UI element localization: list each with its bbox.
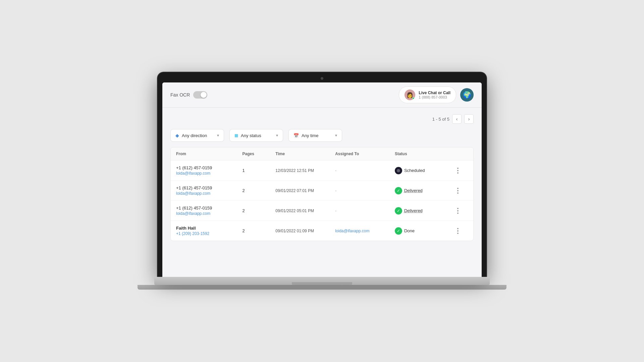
- from-cell: Faith Hall +1 (209) 203-1592: [176, 226, 243, 236]
- assigned-cell: -: [335, 168, 395, 173]
- time-icon: 📅: [293, 133, 299, 138]
- status-cell: ✓ Delivered: [395, 187, 448, 194]
- chat-info: Live Chat or Call 1 (888) 857-0003: [419, 90, 450, 99]
- status-filter-label: Any status: [241, 133, 273, 138]
- pages-cell: 2: [243, 228, 276, 233]
- menu-dot: [457, 172, 459, 174]
- direction-filter[interactable]: ◆ Any direction ▾: [170, 129, 224, 142]
- time-cell: 09/01/2022 01:09 PM: [275, 229, 335, 233]
- fax-ocr-label: Fax OCR: [170, 92, 190, 98]
- assigned-cell: -: [335, 208, 395, 213]
- header-bar: Fax OCR 👩 Live Chat or Call: [162, 82, 482, 108]
- from-email: loida@ifaxapp.com: [176, 171, 243, 176]
- app-container: Fax OCR 👩 Live Chat or Call: [162, 82, 482, 277]
- chat-title: Live Chat or Call: [419, 90, 450, 95]
- menu-dot: [457, 168, 459, 169]
- done-icon: ✓: [395, 227, 402, 235]
- from-cell: +1 (612) 457-0159 loida@ifaxapp.com: [176, 185, 243, 196]
- from-cell: +1 (612) 457-0159 loida@ifaxapp.com: [176, 205, 243, 216]
- table-row: Faith Hall +1 (209) 203-1592 2 09/01/202…: [171, 221, 473, 241]
- table-header: From Pages Time Assigned To Status: [171, 147, 473, 161]
- row-menu-button[interactable]: [448, 206, 468, 215]
- time-cell: 09/01/2022 05:01 PM: [275, 208, 335, 213]
- from-cell: +1 (612) 457-0159 loida@ifaxapp.com: [176, 165, 243, 176]
- delivered-icon: ✓: [395, 207, 402, 215]
- from-name: Faith Hall: [176, 226, 243, 231]
- live-chat-button[interactable]: 👩 Live Chat or Call 1 (888) 857-0003: [399, 86, 456, 103]
- chat-avatar: 👩: [405, 89, 415, 100]
- menu-dot: [457, 190, 459, 191]
- status-cell: ✓ Done: [395, 227, 448, 235]
- online-indicator: [412, 97, 415, 100]
- assigned-cell: -: [335, 188, 395, 193]
- col-header-assigned: Assigned To: [335, 152, 395, 156]
- menu-dot: [457, 233, 459, 234]
- pages-cell: 2: [243, 188, 276, 193]
- header-right: 👩 Live Chat or Call 1 (888) 857-0003 🌍: [399, 86, 474, 103]
- menu-dot: [457, 213, 459, 214]
- row-menu-button[interactable]: [448, 227, 468, 235]
- from-phone: +1 (612) 457-0159: [176, 165, 243, 170]
- main-content: 1 - 5 of 5 ‹ › ◆ Any direction ▾ ▦: [162, 108, 482, 277]
- menu-dot: [457, 230, 459, 232]
- chat-phone: 1 (888) 857-0003: [419, 95, 450, 99]
- menu-dot: [457, 188, 459, 189]
- time-filter-label: Any time: [302, 133, 332, 138]
- status-text: Scheduled: [404, 168, 425, 173]
- status-badge: ✓ Done: [395, 227, 415, 235]
- status-text: Delivered: [404, 208, 423, 213]
- fax-table: From Pages Time Assigned To Status +1 (6…: [170, 147, 474, 241]
- laptop-screen-outer: Fax OCR 👩 Live Chat or Call: [158, 72, 486, 277]
- fax-ocr-section: Fax OCR: [170, 91, 207, 99]
- menu-dot: [457, 210, 459, 212]
- from-email: loida@ifaxapp.com: [176, 191, 243, 196]
- status-text: Delivered: [404, 188, 423, 193]
- status-chevron-icon: ▾: [276, 133, 278, 138]
- laptop-screen: Fax OCR 👩 Live Chat or Call: [162, 82, 482, 277]
- menu-dot: [457, 208, 459, 209]
- menu-dot: [457, 170, 459, 171]
- from-phone-secondary: +1 (209) 203-1592: [176, 231, 243, 236]
- status-badge: ◎ Scheduled: [395, 167, 425, 174]
- status-cell: ✓ Delivered: [395, 207, 448, 215]
- user-avatar[interactable]: 🌍: [460, 88, 474, 102]
- delivered-icon: ✓: [395, 187, 402, 194]
- time-filter[interactable]: 📅 Any time ▾: [288, 129, 342, 142]
- time-chevron-icon: ▾: [335, 133, 337, 138]
- col-header-status: Status: [395, 152, 448, 156]
- from-phone: +1 (612) 457-0159: [176, 205, 243, 210]
- status-text: Done: [404, 228, 415, 233]
- from-email: loida@ifaxapp.com: [176, 211, 243, 216]
- time-cell: 12/03/2022 12:51 PM: [275, 168, 335, 173]
- row-menu-button[interactable]: [448, 186, 468, 195]
- assigned-cell: loida@ifaxapp.com: [335, 229, 395, 233]
- direction-chevron-icon: ▾: [217, 133, 219, 138]
- menu-dot: [457, 192, 459, 194]
- col-header-pages: Pages: [243, 152, 276, 156]
- status-filter[interactable]: ▦ Any status ▾: [229, 129, 283, 142]
- time-cell: 09/01/2022 07:01 PM: [275, 188, 335, 193]
- toggle-knob: [201, 92, 207, 98]
- from-phone: +1 (612) 457-0159: [176, 185, 243, 190]
- menu-dot: [457, 228, 459, 229]
- direction-filter-label: Any direction: [182, 133, 214, 138]
- status-cell: ◎ Scheduled: [395, 167, 448, 174]
- direction-icon: ◆: [175, 133, 179, 138]
- col-header-time: Time: [275, 152, 335, 156]
- col-header-from: From: [176, 152, 243, 156]
- pagination-text: 1 - 5 of 5: [432, 117, 449, 122]
- next-page-button[interactable]: ›: [464, 114, 474, 124]
- status-badge: ✓ Delivered: [395, 207, 423, 215]
- pages-cell: 1: [243, 168, 276, 173]
- table-row: +1 (612) 457-0159 loida@ifaxapp.com 1 12…: [171, 161, 473, 181]
- table-row: +1 (612) 457-0159 loida@ifaxapp.com 2 09…: [171, 181, 473, 201]
- status-icon: ▦: [234, 133, 238, 138]
- laptop-base: [154, 277, 490, 285]
- laptop-foot: [138, 285, 506, 290]
- table-row: +1 (612) 457-0159 loida@ifaxapp.com 2 09…: [171, 201, 473, 221]
- row-menu-button[interactable]: [448, 166, 468, 175]
- status-badge: ✓ Delivered: [395, 187, 423, 194]
- fax-ocr-toggle[interactable]: [193, 91, 207, 99]
- prev-page-button[interactable]: ‹: [452, 114, 462, 124]
- laptop-camera: [321, 77, 323, 80]
